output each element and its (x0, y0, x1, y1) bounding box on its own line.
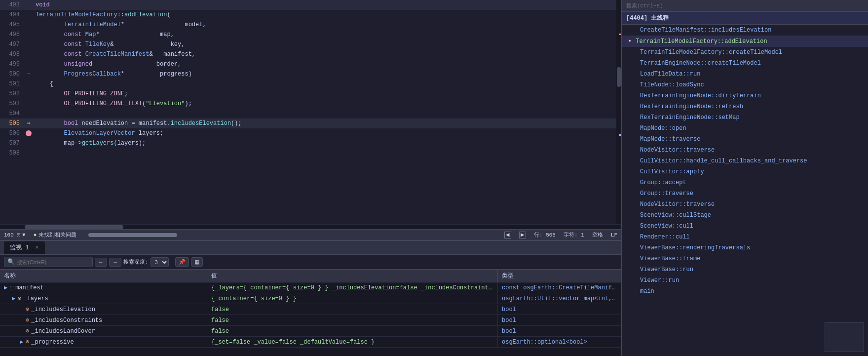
watch-row[interactable]: ⊙_includesConstraintsfalsebool (0, 315, 621, 326)
call-stack-item-4[interactable]: LoadTileData::run (622, 69, 868, 79)
line-gutter-496 (24, 30, 34, 40)
call-stack-item-15[interactable]: Group::traverse (622, 188, 868, 199)
call-stack-item-3[interactable]: TerrainEngineNode::createTileModel (622, 58, 868, 69)
call-stack-label: TileNode::loadSync (640, 81, 704, 88)
call-stack-label: MapNode::traverse (640, 136, 700, 143)
nav-back-btn[interactable]: ← (95, 258, 107, 267)
watch-search-input[interactable] (17, 259, 86, 265)
scroll-left[interactable]: ◀ (504, 232, 511, 238)
call-stack-item-22[interactable]: ViewerBase::run (622, 264, 868, 275)
cursor-char: 字符: 1 (564, 231, 584, 238)
watch-cell-type: osgEarth::Util::vector_map<int,in... (498, 294, 621, 304)
watch-tab[interactable]: 监视 1 × (4, 241, 45, 254)
call-stack-item-5[interactable]: TileNode::loadSync (622, 79, 868, 90)
call-stack-item-12[interactable]: CullVisitor::handle_cull_callbacks_and_t… (622, 156, 868, 166)
line-content-501: { (34, 79, 621, 89)
watch-search-box[interactable]: 🔍 (4, 257, 93, 267)
call-stack-item-16[interactable]: NodeVisitor::traverse (622, 199, 868, 210)
line-number-498: 498 (0, 49, 24, 59)
code-line-497: 497 const TileKey& key, (0, 40, 621, 49)
line-gutter-507 (24, 138, 34, 148)
tab-close-btn[interactable]: × (36, 244, 39, 251)
call-stack-label: CreateTileManifest::includesElevation (640, 27, 771, 34)
expand-icon[interactable]: ▶ (20, 338, 26, 346)
line-content-494: TerrainTileModelFactory::addElevation( (34, 10, 621, 20)
line-gutter-500: − (24, 69, 34, 79)
right-search[interactable]: 搜索(Ctrl+E) (622, 0, 868, 12)
debug-arrow-icon: ⇒ (27, 119, 30, 128)
call-stack-item-2[interactable]: TerrainTileModelFactory::createTileModel (622, 47, 868, 58)
call-stack-item-7[interactable]: RexTerrainEngineNode::refresh (622, 101, 868, 112)
line-number-506: 506 (0, 128, 24, 138)
grid-btn[interactable]: ▦ (191, 257, 203, 267)
watch-row[interactable]: ⊙_includesElevationfalsebool (0, 304, 621, 315)
bottom-panel-tabs: 监视 1 × (0, 241, 621, 255)
expand-icon[interactable]: ▶ (12, 295, 18, 302)
scrollbar-indicator[interactable] (88, 233, 492, 237)
call-stack-item-6[interactable]: RexTerrainEngineNode::dirtyTerrain (622, 90, 868, 101)
code-line-499: 499 unsigned border, (0, 59, 621, 69)
nav-fwd-btn[interactable]: → (109, 258, 121, 267)
depth-select[interactable]: 3 1 2 4 5 (151, 257, 169, 267)
call-stack-item-14[interactable]: Group::accept (622, 177, 868, 188)
problem-indicator: ● 未找到相关问题 (34, 231, 77, 238)
row-icon: ⊙ (26, 328, 29, 335)
line-number-494: 494 (0, 10, 24, 20)
line-gutter-505: ⇒ (24, 119, 34, 128)
breakpoint-icon[interactable] (26, 130, 32, 136)
collapse-icon[interactable]: − (27, 69, 30, 79)
code-content[interactable]: 493void494TerrainTileModelFactory::addEl… (0, 0, 621, 224)
watch-row[interactable]: ▶⊙_layers{_container={ size=0 } }osgEart… (0, 293, 621, 304)
call-stack-item-21[interactable]: ViewerBase::frame (622, 253, 868, 264)
call-stack-item-20[interactable]: ViewerBase::renderingTraversals (622, 242, 868, 253)
call-stack-item-24[interactable]: main (622, 286, 868, 297)
v-scrollbar[interactable] (616, 0, 621, 224)
scroll-right[interactable]: ▶ (519, 232, 526, 238)
call-stack-label: SceneView::cull (640, 223, 693, 230)
call-stack-item-10[interactable]: MapNode::traverse (622, 134, 868, 145)
row-icon: ⊙ (26, 339, 29, 346)
call-stack-item-23[interactable]: Viewer::run (622, 275, 868, 286)
scrollbar-thumb[interactable] (617, 67, 621, 87)
call-stack-item-11[interactable]: NodeVisitor::traverse (622, 145, 868, 156)
call-stack-item-9[interactable]: MapNode::open (622, 123, 868, 134)
line-content-498: const CreateTileManifest& manifest, (34, 49, 621, 59)
main-container: 493void494TerrainTileModelFactory::addEl… (0, 0, 868, 356)
call-stack-label: CullVisitor::apply (640, 168, 704, 175)
cursor-line: 行: 505 (534, 231, 556, 238)
code-line-502: 502 OE_PROFILING_ZONE; (0, 89, 621, 99)
line-number-495: 495 (0, 20, 24, 30)
row-icon: □ (10, 284, 13, 291)
h-scrollbar[interactable] (0, 224, 621, 229)
call-stack-item-1[interactable]: ➤TerrainTileModelFactory::addElevation (622, 36, 868, 47)
col-name: 名称 (0, 270, 207, 282)
code-line-508: 508 (0, 148, 621, 158)
pin-btn[interactable]: 📌 (175, 257, 189, 267)
call-stack-list: CreateTileManifest::includesElevation➤Te… (622, 25, 868, 356)
watch-row[interactable]: ▶⊙_progressive{_set=false _value=false _… (0, 337, 621, 348)
code-lines: 493void494TerrainTileModelFactory::addEl… (0, 0, 621, 158)
call-stack-item-13[interactable]: CullVisitor::apply (622, 166, 868, 177)
call-stack-item-0[interactable]: CreateTileManifest::includesElevation (622, 25, 868, 36)
h-scrollbar-thumb[interactable] (25, 225, 123, 229)
toolbar-sep (172, 258, 172, 267)
line-gutter-504 (24, 109, 34, 119)
line-gutter-501 (24, 79, 34, 89)
code-line-504: 504 (0, 109, 621, 119)
line-gutter-493 (24, 0, 34, 10)
zoom-level[interactable]: 100 % ▼ (4, 232, 26, 238)
call-stack-item-8[interactable]: RexTerrainEngineNode::setMap (622, 112, 868, 123)
minimap-thumbnail (825, 322, 864, 352)
thread-header: [4404] 主线程 (622, 12, 868, 25)
line-number-507: 507 (0, 138, 24, 148)
call-stack-item-17[interactable]: SceneView::cullStage (622, 210, 868, 221)
call-stack-label: CullVisitor::handle_cull_callbacks_and_t… (640, 158, 807, 164)
call-stack-item-18[interactable]: SceneView::cull (622, 221, 868, 232)
watch-row[interactable]: ⊙_includesLandCoverfalsebool (0, 326, 621, 337)
call-stack-label: ViewerBase::renderingTraversals (640, 244, 750, 251)
line-number-500: 500 (0, 69, 24, 79)
code-line-495: 495 TerrainTileModel* model, (0, 20, 621, 30)
watch-row[interactable]: ▶□manifest{_layers={_container={ size=0 … (0, 282, 621, 293)
call-stack-item-19[interactable]: Renderer::cull (622, 232, 868, 242)
expand-icon[interactable]: ▶ (4, 284, 10, 291)
